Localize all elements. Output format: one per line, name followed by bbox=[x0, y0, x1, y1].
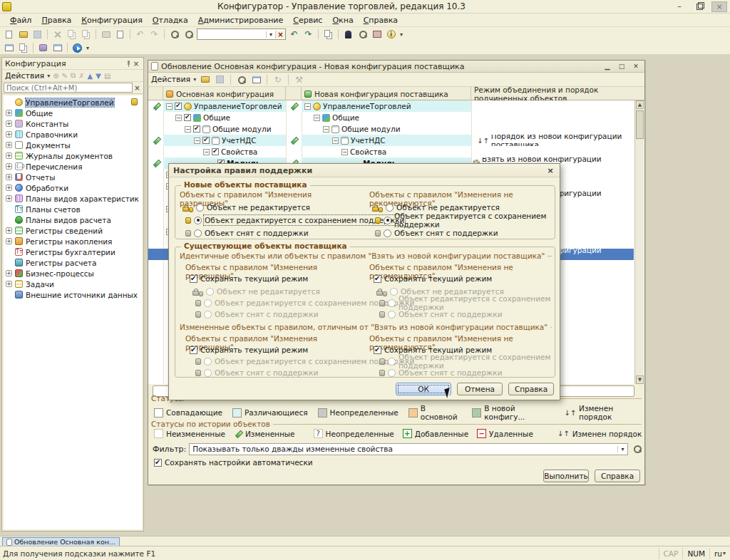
tree-item-documents[interactable]: +Документы bbox=[4, 140, 142, 150]
expand-icon[interactable]: + bbox=[6, 120, 12, 127]
keep-mode-checkbox[interactable] bbox=[190, 275, 197, 283]
radio-off-support[interactable]: Объект снят с поддержки bbox=[185, 227, 309, 239]
sort-icon[interactable]: ▤ bbox=[104, 72, 110, 80]
ok-button[interactable]: ОК bbox=[396, 383, 451, 395]
combo-clear-icon[interactable]: × bbox=[275, 31, 285, 38]
menu-service[interactable]: Сервис bbox=[289, 15, 327, 26]
expand-icon[interactable]: + bbox=[6, 174, 12, 180]
run-update-button[interactable]: Выполнить bbox=[543, 470, 589, 482]
tree-item-chart-accounts[interactable]: ТтПланы счетов bbox=[4, 204, 142, 214]
keep-mode-checkbox[interactable] bbox=[374, 275, 381, 283]
dialog-close-icon[interactable]: × bbox=[545, 166, 555, 175]
restore-icon[interactable] bbox=[692, 1, 707, 12]
tree-item-tasks[interactable]: +Задачи bbox=[4, 279, 142, 289]
collapse-icon[interactable]: − bbox=[314, 115, 320, 121]
collapse-icon[interactable]: − bbox=[166, 103, 173, 110]
delete-icon[interactable]: ✗ bbox=[78, 72, 84, 80]
tree-item-external-sources[interactable]: Внешние источники данных bbox=[4, 289, 142, 300]
database-icon[interactable] bbox=[37, 42, 49, 53]
search-input[interactable] bbox=[197, 30, 266, 39]
expand-icon[interactable]: + bbox=[6, 142, 12, 148]
table-row[interactable]: −УчетНДС −УчетНДС ↓↑Порядок из новой кон… bbox=[148, 135, 634, 146]
menu-configuration[interactable]: Конфигурация bbox=[77, 15, 147, 26]
find-icon[interactable] bbox=[168, 28, 180, 40]
mdi-minimize-icon[interactable]: ▁ bbox=[602, 63, 613, 70]
include-checkbox[interactable] bbox=[212, 148, 219, 155]
collapse-icon[interactable]: − bbox=[203, 149, 210, 155]
syntax-book-icon[interactable] bbox=[371, 28, 383, 40]
tree-item-reports[interactable]: +Отчеты bbox=[4, 172, 142, 182]
search-clear-icon[interactable]: × bbox=[133, 84, 142, 92]
move-down-icon[interactable]: ▼ bbox=[96, 72, 101, 80]
collapse-icon[interactable]: − bbox=[304, 103, 311, 110]
expand-icon[interactable]: + bbox=[6, 270, 12, 276]
tree-item-calc-types[interactable]: Планы видов расчета bbox=[4, 214, 142, 225]
mdi-maximize-icon[interactable]: □ bbox=[616, 63, 627, 70]
expand-icon[interactable]: + bbox=[6, 152, 12, 159]
refresh-icon[interactable]: ↻ bbox=[272, 74, 284, 85]
cancel-button[interactable]: Отмена bbox=[457, 383, 503, 395]
expand-icon[interactable]: + bbox=[6, 281, 12, 287]
keep-mode-row[interactable]: Сохранять текущий режим bbox=[190, 344, 308, 356]
include-checkbox[interactable] bbox=[175, 103, 182, 110]
save-settings-icon[interactable] bbox=[214, 74, 226, 85]
collapse-icon[interactable]: − bbox=[323, 126, 329, 133]
radio-edit-support-disabled[interactable]: Объект редактируется с сохранением подде… bbox=[379, 297, 555, 308]
dialog-help-button[interactable]: Справка bbox=[508, 383, 554, 395]
go-next-icon[interactable]: ↷ bbox=[302, 28, 314, 40]
config-window-icon[interactable] bbox=[3, 42, 15, 53]
go-previous-icon[interactable]: ↶ bbox=[288, 28, 300, 40]
copy-icon[interactable] bbox=[66, 28, 78, 40]
pin-icon[interactable] bbox=[125, 61, 132, 67]
keep-mode-checkbox[interactable] bbox=[374, 346, 381, 354]
tree-item-business-processes[interactable]: +Бизнес-процессы bbox=[4, 268, 142, 279]
toolbar-overflow-icon[interactable]: ▾ bbox=[400, 31, 403, 38]
radio-off-support-disabled[interactable]: Объект снят с поддержки bbox=[379, 367, 503, 378]
include-checkbox[interactable] bbox=[184, 114, 191, 121]
update-actions-button[interactable]: Действия▾ bbox=[151, 75, 196, 84]
minimize-icon[interactable]: – bbox=[672, 1, 687, 12]
help-search-icon[interactable] bbox=[356, 28, 369, 40]
radio-edit-support[interactable]: Объект редактируется с сохранением подде… bbox=[375, 214, 555, 226]
scroll-up-icon[interactable]: ▲ bbox=[636, 100, 644, 109]
collapse-icon[interactable]: − bbox=[185, 126, 191, 133]
debug-user-icon[interactable] bbox=[342, 28, 354, 40]
language-selector[interactable]: ru▾ bbox=[709, 548, 730, 559]
redo-icon[interactable]: ↷ bbox=[148, 28, 160, 40]
tree-item-calc-registers[interactable]: Регистры расчета bbox=[4, 257, 142, 268]
main-config-column-header[interactable]: Основная конфигурация bbox=[163, 87, 286, 100]
filter-settings-icon[interactable] bbox=[235, 74, 247, 85]
table-row[interactable]: −Общие модули −Общие модули bbox=[148, 123, 634, 135]
compare-settings-icon[interactable] bbox=[250, 74, 262, 85]
include-checkbox[interactable] bbox=[202, 137, 210, 144]
menu-file[interactable]: Файл bbox=[6, 15, 36, 26]
filter-combo[interactable]: Показывать только дважды измененные свой… bbox=[189, 443, 628, 455]
radio-not-editable[interactable]: Объект не редактируется bbox=[182, 202, 310, 213]
menu-edit[interactable]: Правка bbox=[37, 15, 76, 26]
expand-icon[interactable]: + bbox=[6, 163, 12, 170]
include-checkbox[interactable] bbox=[193, 125, 200, 133]
save-icon[interactable] bbox=[31, 28, 43, 40]
close-icon[interactable]: × bbox=[711, 1, 727, 12]
mdi-close-icon[interactable]: ✕ bbox=[630, 63, 642, 70]
move-up-icon[interactable]: ▲ bbox=[88, 72, 93, 80]
interface-icon[interactable] bbox=[51, 42, 63, 53]
open-settings-icon[interactable] bbox=[199, 74, 211, 85]
collapse-icon[interactable]: − bbox=[194, 138, 200, 144]
config-compare-icon[interactable] bbox=[17, 42, 29, 53]
run-overflow-icon[interactable]: ▾ bbox=[86, 45, 89, 51]
radio-edit-support[interactable]: Объект редактируется с сохранением подде… bbox=[185, 214, 404, 226]
tree-item-char-types[interactable]: +Планы видов характеристик bbox=[4, 193, 142, 204]
keep-mode-row[interactable]: Сохранять текущий режим bbox=[374, 273, 492, 284]
expand-icon[interactable]: + bbox=[6, 110, 12, 116]
paste-icon[interactable] bbox=[80, 28, 92, 40]
tree-item-accum-registers[interactable]: +Регистры накопления bbox=[4, 236, 142, 247]
tree-item-journals[interactable]: +Журналы документов bbox=[4, 150, 142, 161]
table-row[interactable]: −УправлениеТорговлей −УправлениеТорговле… bbox=[148, 100, 634, 112]
print-icon[interactable] bbox=[100, 28, 112, 40]
open-icon[interactable] bbox=[17, 28, 29, 40]
filter-find-icon[interactable] bbox=[631, 443, 643, 455]
menu-debug[interactable]: Отладка bbox=[148, 15, 192, 26]
radio-not-editable-disabled[interactable]: Объект не редактируется bbox=[192, 286, 320, 297]
menu-windows[interactable]: Окна bbox=[328, 15, 357, 26]
